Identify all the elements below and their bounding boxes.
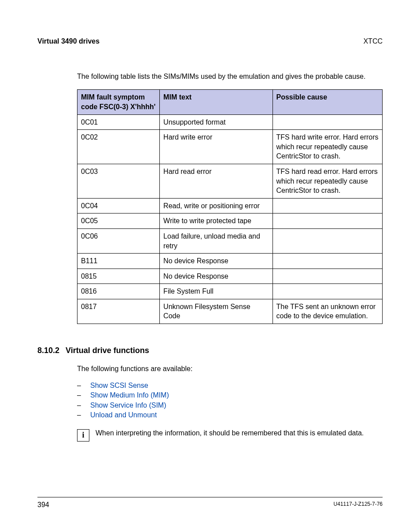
section-number: 8.10.2 [37, 346, 59, 355]
list-dash: – [77, 381, 82, 390]
list-dash: – [77, 410, 82, 420]
table-cell-text: Load failure, unload media and retry [160, 228, 273, 253]
info-text: When interpreting the information, it sh… [96, 428, 364, 438]
table-cell-text: Hard write error [160, 130, 273, 164]
table-cell-text: Write to write protected tape [160, 213, 273, 229]
list-item: –Show Medium Info (MIM) [77, 390, 383, 400]
table-row: 0817Unknown Filesystem Sense CodeThe TFS… [77, 299, 383, 324]
list-item: –Unload and Unmount [77, 410, 383, 420]
table-cell-code: 0C03 [77, 164, 160, 198]
table-row: B111No device Response [77, 254, 383, 269]
table-cell-cause: The TFS sent an unknown error code to th… [273, 299, 382, 324]
table-cell-cause [273, 213, 382, 229]
table-cell-code: 0C05 [77, 213, 160, 229]
function-link[interactable]: Show Medium Info (MIM) [90, 390, 169, 400]
table-header-row: MIM fault symptom code FSC(0-3) X'hhhh' … [77, 90, 383, 114]
info-icon: i [77, 429, 89, 442]
table-cell-text: No device Response [160, 254, 273, 269]
functions-intro: The following functions are available: [77, 365, 383, 373]
table-cell-cause [273, 114, 382, 130]
table-row: 0C06Load failure, unload media and retry [77, 228, 383, 253]
function-link-list: –Show SCSI Sense–Show Medium Info (MIM)–… [77, 381, 383, 420]
function-link[interactable]: Unload and Unmount [90, 410, 157, 420]
table-cell-cause: TFS hard read error. Hard errors which r… [273, 164, 382, 198]
table-row: 0C03Hard read errorTFS hard read error. … [77, 164, 383, 198]
col-header-text: MIM text [160, 90, 273, 114]
page-footer: 394 U41117-J-Z125-7-76 [37, 497, 383, 509]
table-cell-cause [273, 228, 382, 253]
table-cell-cause: TFS hard write error. Hard errors which … [273, 130, 382, 164]
table-cell-text: Unknown Filesystem Sense Code [160, 299, 273, 324]
table-cell-cause [273, 254, 382, 269]
info-note: i When interpreting the information, it … [77, 428, 383, 442]
header-right-label: XTCC [363, 37, 383, 45]
table-cell-code: 0C04 [77, 198, 160, 213]
section-title: Virtual drive functions [66, 346, 149, 355]
col-header-cause: Possible cause [273, 90, 382, 114]
col-header-code: MIM fault symptom code FSC(0-3) X'hhhh' [77, 90, 160, 114]
table-cell-cause [273, 284, 382, 299]
table-row: 0C05Write to write protected tape [77, 213, 383, 229]
page-number: 394 [37, 501, 49, 509]
table-cell-code: 0C02 [77, 130, 160, 164]
table-cell-code: 0C01 [77, 114, 160, 130]
table-cell-cause [273, 269, 382, 284]
table-row: 0C02Hard write errorTFS hard write error… [77, 130, 383, 164]
running-header: Virtual 3490 drives XTCC [37, 37, 383, 45]
document-id: U41117-J-Z125-7-76 [334, 501, 383, 509]
table-cell-text: No device Response [160, 269, 273, 284]
section-heading: 8.10.2 Virtual drive functions [37, 346, 383, 355]
table-cell-code: 0817 [77, 299, 160, 324]
mim-fault-table: MIM fault symptom code FSC(0-3) X'hhhh' … [77, 89, 383, 324]
intro-paragraph: The following table lists the SIMs/MIMs … [77, 72, 383, 81]
function-link[interactable]: Show Service Info (SIM) [90, 401, 166, 410]
table-cell-code: B111 [77, 254, 160, 269]
table-row: 0815No device Response [77, 269, 383, 284]
table-cell-text: Hard read error [160, 164, 273, 198]
table-cell-code: 0815 [77, 269, 160, 284]
list-item: –Show SCSI Sense [77, 381, 383, 390]
table-cell-code: 0816 [77, 284, 160, 299]
list-dash: – [77, 390, 82, 400]
list-dash: – [77, 401, 82, 410]
table-cell-cause [273, 198, 382, 213]
table-row: 0816File System Full [77, 284, 383, 299]
table-cell-text: File System Full [160, 284, 273, 299]
table-cell-code: 0C06 [77, 228, 160, 253]
table-cell-text: Unsupported format [160, 114, 273, 130]
table-row: 0C04Read, write or positioning error [77, 198, 383, 213]
table-row: 0C01Unsupported format [77, 114, 383, 130]
function-link[interactable]: Show SCSI Sense [90, 381, 148, 390]
list-item: –Show Service Info (SIM) [77, 401, 383, 410]
table-cell-text: Read, write or positioning error [160, 198, 273, 213]
header-section-title: Virtual 3490 drives [37, 37, 99, 45]
